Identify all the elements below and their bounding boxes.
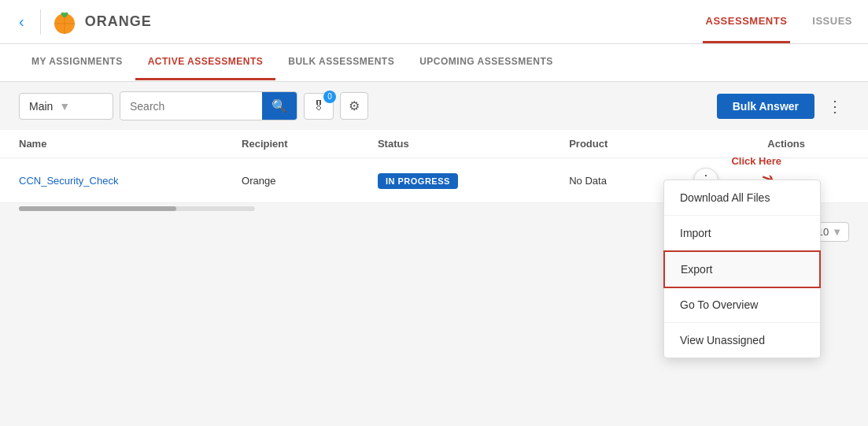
menu-item-go-to-overview[interactable]: Go To Overview (664, 287, 820, 323)
top-nav-left: ‹ ORANGE (13, 8, 152, 36)
logo: ORANGE (50, 8, 152, 36)
cell-product: No Data (550, 158, 674, 203)
menu-item-view-unassigned[interactable]: View Unassigned (664, 323, 820, 357)
logo-text: ORANGE (85, 13, 152, 30)
back-button[interactable]: ‹ (13, 9, 31, 34)
col-status: Status (359, 130, 550, 158)
col-name: Name (0, 130, 223, 158)
svg-point-4 (62, 13, 67, 17)
tab-bulk-assessments[interactable]: BULK ASSESSMENTS (275, 45, 407, 80)
gear-icon: ⚙ (349, 99, 360, 113)
search-container: 🔍 (120, 91, 297, 120)
chevron-down-icon: ▼ (59, 100, 70, 113)
settings-button[interactable]: ⚙ (340, 92, 368, 120)
tab-my-assignments[interactable]: MY ASSIGNMENTS (19, 45, 135, 80)
top-nav: ‹ ORANGE ASSESSMENTS ISSUES (0, 0, 868, 44)
status-badge: IN PROGRESS (378, 173, 458, 189)
table-header-row: Name Recipient Status Product Actions (0, 130, 868, 158)
toolbar: Main ▼ 🔍 🎖 0 ⚙ Bulk Answer ⋮ (0, 82, 868, 130)
tab-upcoming-assessments[interactable]: UPCOMING ASSESSMENTS (407, 45, 566, 80)
menu-item-download-all-files[interactable]: Download All Files (664, 180, 820, 216)
bulk-answer-button[interactable]: Bulk Answer (717, 94, 814, 119)
cell-status: IN PROGRESS (359, 158, 550, 203)
filter-button[interactable]: 🎖 0 (304, 93, 334, 120)
orange-logo-icon (50, 8, 79, 36)
cell-name: CCN_Security_Check (0, 158, 223, 203)
filter-icon: 🎖 (312, 99, 325, 113)
menu-item-import[interactable]: Import (664, 216, 820, 251)
col-actions: Actions (674, 130, 868, 158)
top-nav-right: ASSESSMENTS ISSUES (703, 1, 855, 43)
assessment-link[interactable]: CCN_Security_Check (19, 175, 118, 187)
search-button[interactable]: 🔍 (262, 92, 297, 120)
horizontal-scrollbar[interactable] (19, 206, 255, 211)
more-options-button[interactable]: ⋮ (821, 94, 849, 119)
menu-item-export[interactable]: Export (663, 250, 821, 288)
filter-badge: 0 (323, 91, 336, 103)
col-product: Product (550, 130, 674, 158)
nav-issues[interactable]: ISSUES (809, 1, 855, 43)
cell-recipient: Orange (223, 158, 359, 203)
search-input[interactable] (120, 94, 262, 119)
context-menu: Download All Files Import Export Go To O… (663, 180, 821, 358)
tab-bar: MY ASSIGNMENTS ACTIVE ASSESSMENTS BULK A… (0, 44, 868, 82)
dropdown-value: Main (29, 100, 53, 113)
nav-divider (40, 9, 41, 35)
scrollbar-thumb[interactable] (19, 206, 176, 211)
col-recipient: Recipient (223, 130, 359, 158)
nav-assessments[interactable]: ASSESSMENTS (703, 1, 791, 43)
chevron-down-icon: ▼ (832, 226, 842, 238)
main-dropdown[interactable]: Main ▼ (19, 93, 113, 120)
tab-active-assessments[interactable]: ACTIVE ASSESSMENTS (135, 45, 276, 80)
